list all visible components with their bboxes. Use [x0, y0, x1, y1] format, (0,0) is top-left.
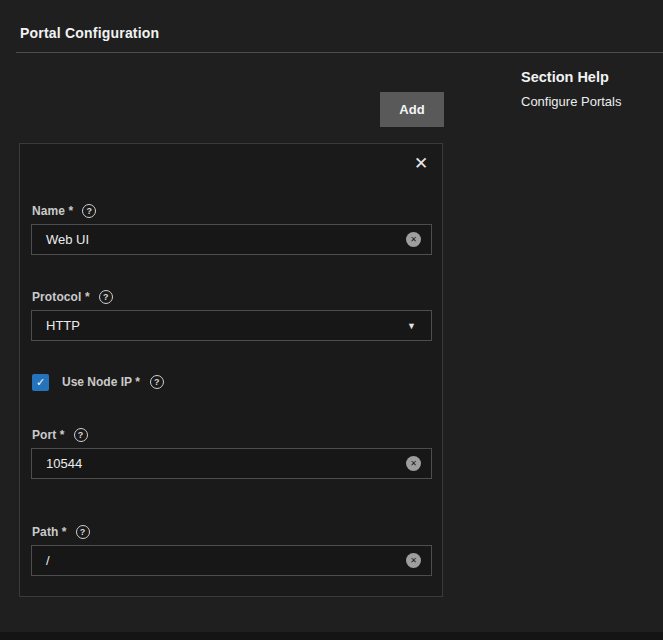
path-input[interactable]: / ✕: [31, 545, 432, 576]
clear-icon[interactable]: ✕: [406, 232, 421, 247]
help-icon[interactable]: ?: [99, 290, 113, 304]
port-label: Port *: [32, 428, 65, 442]
question-mark-glyph: ?: [103, 292, 109, 302]
clear-icon[interactable]: ✕: [406, 553, 421, 568]
section-help-heading: Section Help: [521, 69, 621, 85]
close-button[interactable]: ✕: [409, 152, 433, 176]
port-field-group: Port * ? 10544 ✕: [31, 428, 432, 479]
name-label: Name *: [32, 204, 73, 218]
name-label-row: Name * ?: [32, 204, 432, 218]
header-divider: [16, 52, 663, 53]
help-icon[interactable]: ?: [76, 525, 90, 539]
name-input[interactable]: Web UI ✕: [31, 224, 432, 255]
name-input-value: Web UI: [46, 232, 406, 247]
path-label: Path *: [32, 525, 67, 539]
close-icon: ✕: [414, 154, 428, 173]
bottom-strip: [0, 632, 663, 640]
clear-x-glyph: ✕: [410, 556, 417, 565]
help-icon[interactable]: ?: [74, 428, 88, 442]
port-label-row: Port * ?: [32, 428, 432, 442]
help-icon[interactable]: ?: [150, 375, 164, 389]
section-help: Section Help Configure Portals: [521, 69, 621, 109]
path-label-row: Path * ?: [32, 525, 432, 539]
protocol-field-group: Protocol * ? HTTP ▼: [31, 290, 432, 341]
protocol-label-row: Protocol * ?: [32, 290, 432, 304]
question-mark-glyph: ?: [80, 527, 86, 537]
protocol-select[interactable]: HTTP ▼: [31, 310, 432, 341]
page-title: Portal Configuration: [20, 25, 159, 41]
name-field-group: Name * ? Web UI ✕: [31, 204, 432, 255]
add-button[interactable]: Add: [380, 92, 444, 127]
chevron-down-icon: ▼: [407, 321, 416, 331]
use-node-ip-checkbox[interactable]: ✓: [32, 374, 49, 391]
use-node-ip-label: Use Node IP *: [62, 375, 140, 389]
protocol-selected-value: HTTP: [46, 318, 407, 333]
portal-configuration-screen: Portal Configuration Add Section Help Co…: [0, 0, 663, 640]
protocol-label: Protocol *: [32, 290, 90, 304]
help-icon[interactable]: ?: [82, 204, 96, 218]
port-input-value: 10544: [46, 456, 406, 471]
check-icon: ✓: [36, 376, 45, 389]
question-mark-glyph: ?: [78, 430, 84, 440]
section-help-body: Configure Portals: [521, 94, 621, 109]
clear-x-glyph: ✕: [410, 235, 417, 244]
path-field-group: Path * ? / ✕: [31, 525, 432, 576]
portal-form-panel: ✕ Name * ? Web UI ✕ Protocol * ?: [19, 143, 443, 597]
question-mark-glyph: ?: [154, 377, 160, 387]
clear-icon[interactable]: ✕: [406, 456, 421, 471]
use-node-ip-field-group: ✓ Use Node IP * ?: [32, 373, 164, 391]
clear-x-glyph: ✕: [410, 459, 417, 468]
port-input[interactable]: 10544 ✕: [31, 448, 432, 479]
question-mark-glyph: ?: [87, 206, 93, 216]
path-input-value: /: [46, 553, 406, 568]
